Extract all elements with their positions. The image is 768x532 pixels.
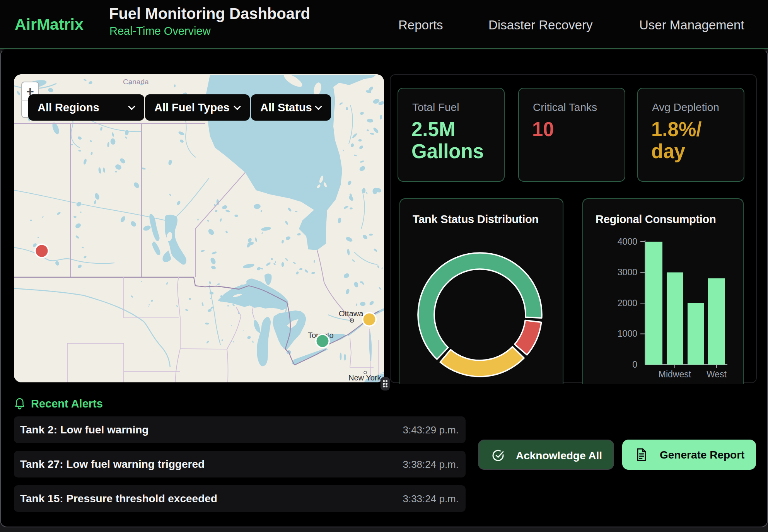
svg-text:Midwest: Midwest <box>659 369 691 379</box>
svg-text:Canada: Canada <box>123 78 149 86</box>
svg-text:Ottawa: Ottawa <box>339 309 364 318</box>
svg-text:1000: 1000 <box>618 329 637 339</box>
svg-text:2000: 2000 <box>618 298 637 308</box>
svg-text:0: 0 <box>632 360 637 370</box>
svg-text:4000: 4000 <box>618 237 637 247</box>
svg-text:West: West <box>707 369 727 379</box>
svg-text:3000: 3000 <box>618 267 637 277</box>
svg-text:New York: New York <box>348 373 381 382</box>
